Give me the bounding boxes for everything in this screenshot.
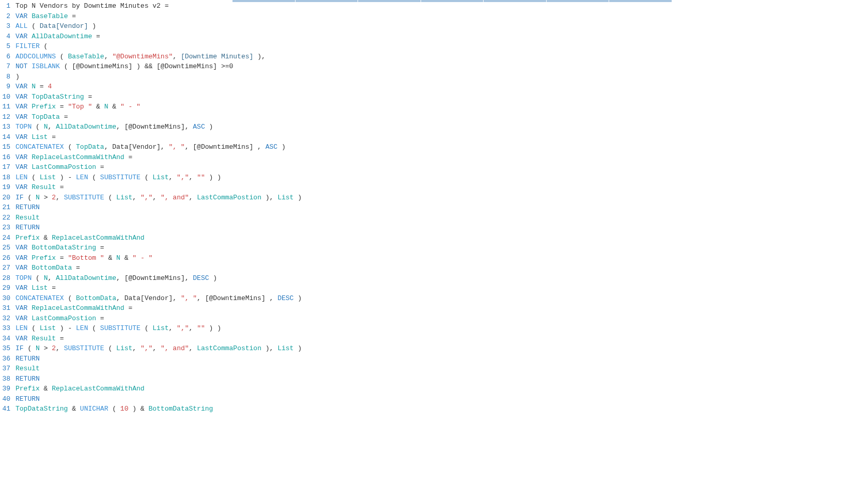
code-line[interactable]: VAR Prefix = "Bottom " & N & " - " — [16, 253, 866, 263]
line-number: 26 — [1, 253, 10, 263]
code-line[interactable]: TOPN ( N, AllDataDowntime, [@DowntimeMin… — [16, 122, 866, 132]
token-fn: ALL — [16, 22, 27, 30]
token-id: ReplaceLastCommaWithAnd — [32, 304, 124, 312]
code-line[interactable]: IF ( N > 2, SUBSTITUTE ( List, ",", ", a… — [16, 193, 866, 203]
token-kw: VAR — [16, 103, 32, 111]
code-line[interactable]: Result — [16, 213, 866, 223]
token-id: N — [36, 344, 40, 352]
code-line[interactable]: ADDCOLUMNS ( BaseTable, "@DowntimeMins",… — [16, 52, 866, 62]
token-kw: RETURN — [16, 395, 40, 403]
line-number: 5 — [1, 41, 10, 52]
line-number: 41 — [1, 404, 10, 414]
code-line[interactable]: VAR BottomDataString = — [16, 243, 866, 253]
code-line[interactable]: RETURN — [16, 394, 866, 404]
code-line[interactable]: LEN ( List ) - LEN ( SUBSTITUTE ( List, … — [16, 323, 866, 334]
token-txt: ), — [261, 344, 277, 352]
code-line[interactable]: NOT ISBLANK ( [@DowntimeMins] ) && [@Dow… — [16, 61, 866, 72]
token-fn: LEN — [16, 174, 27, 181]
token-num: 4 — [48, 83, 52, 90]
token-kw: VAR — [16, 304, 32, 312]
token-kw: RETURN — [16, 203, 40, 211]
token-txt: , — [132, 194, 141, 201]
token-txt: & — [40, 385, 52, 393]
code-line[interactable]: TopDataString & UNICHAR ( 10 ) & BottomD… — [16, 404, 866, 414]
code-line[interactable]: CONCATENATEX ( TopData, Data[Vendor], ",… — [16, 142, 866, 152]
code-line[interactable]: RETURN — [16, 374, 866, 384]
token-id: Prefix — [16, 234, 40, 242]
line-number: 4 — [1, 32, 10, 42]
line-number: 15 — [1, 142, 10, 152]
token-kw: ASC — [193, 123, 205, 131]
token-id: ReplaceLastCommaWithAnd — [52, 385, 144, 393]
token-txt: ( — [24, 344, 36, 352]
token-id: List — [32, 284, 48, 292]
code-editor[interactable]: 1234567891011121314151617181920212223242… — [0, 0, 868, 415]
line-number: 1 — [1, 1, 10, 11]
token-txt: ), — [253, 53, 265, 60]
token-txt: ) ) — [205, 174, 221, 181]
code-content[interactable]: Top N Vendors by Downtime Minutes v2 = V… — [13, 0, 868, 415]
code-line[interactable]: RETURN — [16, 202, 866, 213]
token-txt: ), — [261, 194, 277, 201]
code-line[interactable]: VAR List = — [16, 132, 866, 143]
token-txt: > — [40, 344, 52, 352]
token-txt: , — [48, 123, 56, 131]
code-line[interactable]: Prefix & ReplaceLastCommaWithAnd — [16, 384, 866, 394]
code-line[interactable]: VAR AllDataDowntime = — [16, 32, 866, 42]
token-txt: , — [104, 53, 113, 60]
code-line[interactable]: VAR Result = — [16, 182, 866, 193]
token-txt: , — [189, 174, 197, 181]
token-kw: VAR — [16, 244, 32, 252]
token-txt: ( — [27, 22, 39, 30]
token-id: Result — [16, 365, 40, 372]
code-line[interactable]: VAR N = 4 — [16, 82, 866, 92]
token-fn: UNICHAR — [80, 405, 109, 413]
code-line[interactable]: VAR BaseTable = — [16, 11, 866, 22]
code-line[interactable]: VAR List = — [16, 283, 866, 293]
code-line[interactable]: RETURN — [16, 354, 866, 364]
code-line[interactable]: LEN ( List ) - LEN ( SUBSTITUTE ( List, … — [16, 173, 866, 183]
token-id: BottomDataString — [148, 405, 213, 413]
code-line[interactable]: VAR TopDataString = — [16, 92, 866, 102]
line-number: 27 — [1, 263, 10, 273]
code-line[interactable]: Prefix & ReplaceLastCommaWithAnd — [16, 233, 866, 243]
code-line[interactable]: Top N Vendors by Downtime Minutes v2 = — [16, 1, 866, 11]
code-line[interactable]: VAR Prefix = "Top " & N & " - " — [16, 102, 866, 112]
token-id: N — [36, 194, 40, 201]
token-kw: VAR — [16, 83, 32, 90]
token-txt: = — [96, 315, 104, 322]
code-line[interactable]: VAR BottomData = — [16, 263, 866, 273]
code-line[interactable]: ALL ( Data[Vendor] ) — [16, 21, 866, 32]
code-line[interactable]: CONCATENATEX ( BottomData, Data[Vendor],… — [16, 293, 866, 304]
line-number: 33 — [1, 323, 10, 334]
code-line[interactable]: VAR Result = — [16, 334, 866, 344]
line-number: 34 — [1, 334, 10, 344]
code-line[interactable]: VAR LastCommaPostion = — [16, 162, 866, 173]
token-txt: = — [56, 103, 68, 111]
code-line[interactable]: VAR LastCommaPostion = — [16, 313, 866, 324]
line-number: 9 — [1, 82, 10, 92]
code-line[interactable]: VAR TopData = — [16, 112, 866, 122]
token-txt: = — [96, 163, 104, 171]
code-line[interactable]: VAR ReplaceLastCommaWithAnd = — [16, 152, 866, 163]
code-line[interactable]: RETURN — [16, 223, 866, 233]
token-txt: = — [68, 12, 76, 20]
line-number: 37 — [1, 364, 10, 374]
token-id: BottomData — [32, 264, 72, 272]
code-line[interactable]: IF ( N > 2, SUBSTITUTE ( List, ",", ", a… — [16, 343, 866, 354]
token-id: LastCommaPostion — [32, 163, 96, 171]
code-line[interactable]: TOPN ( N, AllDataDowntime, [@DowntimeMin… — [16, 273, 866, 284]
code-line[interactable]: Result — [16, 364, 866, 374]
code-line[interactable]: VAR ReplaceLastCommaWithAnd = — [16, 303, 866, 313]
code-line[interactable]: FILTER ( — [16, 41, 866, 52]
token-txt: ) — [277, 143, 286, 151]
line-number: 23 — [1, 223, 10, 233]
token-txt: = — [56, 183, 64, 191]
code-line[interactable]: ) — [16, 72, 866, 82]
token-txt: = — [96, 244, 104, 252]
token-txt: , [@DowntimeMins] , — [185, 143, 266, 151]
token-fn: CONCATENATEX — [16, 143, 64, 151]
token-id: N — [116, 254, 120, 262]
token-kw: NOT — [16, 62, 32, 70]
line-number: 20 — [1, 193, 10, 203]
